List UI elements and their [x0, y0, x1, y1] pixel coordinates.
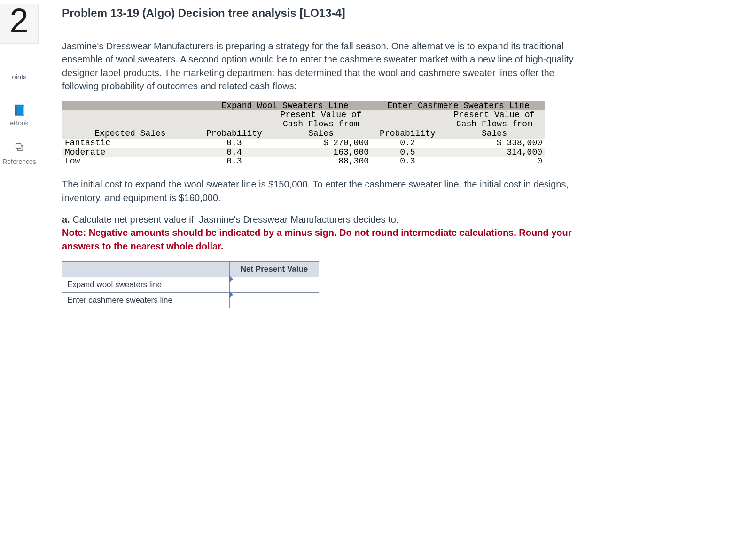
problem-title: Problem 13-19 (Algo) Decision tree analy… [62, 7, 616, 20]
group-header-cashmere: Enter Cashmere Sweaters Line [372, 101, 545, 111]
npv-column-header: Net Present Value [230, 262, 319, 277]
table-row: Low 0.3 88,300 0.3 0 [62, 157, 545, 166]
part-a-label: a. [62, 214, 70, 225]
answer-table-header-row: Net Present Value [62, 262, 319, 277]
references-button[interactable]: References [0, 142, 39, 165]
answer-table-row: Enter cashmere sweaters line [62, 293, 319, 308]
question-number: 2 [4, 4, 34, 38]
table-group-header-row: Expand Wool Sweaters Line Enter Cashmere… [62, 101, 545, 111]
npv-wool-input[interactable] [230, 277, 319, 292]
answer-table-row: Expand wool sweaters line [62, 277, 319, 293]
answer-table: Net Present Value Expand wool sweaters l… [62, 261, 319, 308]
answer-row-label: Enter cashmere sweaters line [62, 293, 230, 308]
book-icon: 📘 [13, 104, 26, 117]
main-content: Problem 13-19 (Algo) Decision tree analy… [39, 0, 616, 308]
intro-paragraph: Jasmine's Dresswear Manufacturers is pre… [62, 39, 579, 93]
npv-cashmere-input[interactable] [230, 293, 319, 308]
note-text: Note: Negative amounts should be indicat… [62, 227, 572, 251]
copy-icon [14, 142, 24, 155]
question-number-box: 2 [0, 4, 39, 44]
table-row: Fantastic 0.3 $ 270,000 0.2 $ 338,000 [62, 139, 545, 148]
ebook-label: eBook [0, 119, 39, 127]
table-row: Moderate 0.4 163,000 0.5 314,000 [62, 148, 545, 157]
ebook-button[interactable]: 📘 eBook [0, 104, 39, 127]
cost-paragraph: The initial cost to expand the wool swea… [62, 178, 579, 204]
probability-table: Expand Wool Sweaters Line Enter Cashmere… [62, 101, 545, 167]
group-header-wool: Expand Wool Sweaters Line [198, 101, 372, 111]
part-a-prompt: a. Calculate net present value if, Jasmi… [62, 213, 579, 253]
table-column-header-row: Expected Sales Probability Sales Probabi… [62, 129, 545, 139]
svg-rect-1 [16, 144, 21, 149]
references-label: References [0, 158, 39, 165]
table-subheader-row-2: Cash Flows from Cash Flows from [62, 120, 545, 129]
answer-row-label: Expand wool sweaters line [62, 277, 230, 293]
points-label: oints [0, 73, 39, 81]
table-subheader-row-1: Present Value of Present Value of [62, 110, 545, 120]
sidebar: 2 oints 📘 eBook References [0, 0, 39, 308]
